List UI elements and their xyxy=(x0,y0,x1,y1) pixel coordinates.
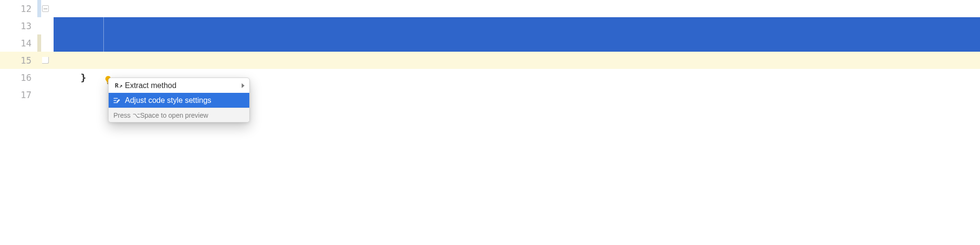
gutter-marker xyxy=(37,0,54,17)
settings-icon xyxy=(112,96,121,105)
line-number: 14 xyxy=(0,34,37,52)
fold-toggle-icon[interactable] xyxy=(42,5,49,12)
gutter-marker xyxy=(37,69,54,86)
code-line[interactable]: public void shouldForceCurlyBracesOnForL… xyxy=(54,0,980,17)
gutter-marker xyxy=(37,17,54,34)
gutter: 12 13 14 15 16 17 xyxy=(0,0,37,245)
code-line[interactable]: System.out.println("I have no idea where… xyxy=(54,34,980,52)
intention-popup[interactable]: R↗ Extract method Adjust code style sett… xyxy=(108,78,250,122)
popup-footer-hint: Press ⌥Space to open preview xyxy=(109,108,249,122)
submenu-arrow-icon xyxy=(242,83,245,88)
indent xyxy=(57,72,80,83)
gutter-marker xyxy=(37,86,54,103)
line-number: 13 xyxy=(0,17,37,34)
line-number: 15 xyxy=(0,52,37,69)
refactor-icon: R↗ xyxy=(112,81,121,90)
gutter-marker xyxy=(37,34,54,52)
popup-item-extract-method[interactable]: R↗ Extract method xyxy=(109,78,249,93)
popup-item-label: Extract method xyxy=(125,81,177,90)
code-area[interactable]: public void shouldForceCurlyBracesOnForL… xyxy=(54,0,980,245)
popup-item-label: Adjust code style settings xyxy=(125,96,212,105)
fold-end-icon[interactable] xyxy=(42,57,49,64)
line-number: 16 xyxy=(0,69,37,86)
marker-strip xyxy=(37,0,54,245)
line-number: 12 xyxy=(0,0,37,17)
code-line[interactable]: for (int i = 0; i < 3; i++) xyxy=(54,17,980,34)
code-editor[interactable]: 12 13 14 15 16 17 public void shouldForc… xyxy=(0,0,980,245)
line-number: 17 xyxy=(0,86,37,103)
code-line[interactable]: } xyxy=(54,52,980,69)
popup-item-adjust-code-style[interactable]: Adjust code style settings xyxy=(109,93,249,108)
brace-close: } xyxy=(80,72,86,83)
gutter-marker xyxy=(37,52,54,69)
